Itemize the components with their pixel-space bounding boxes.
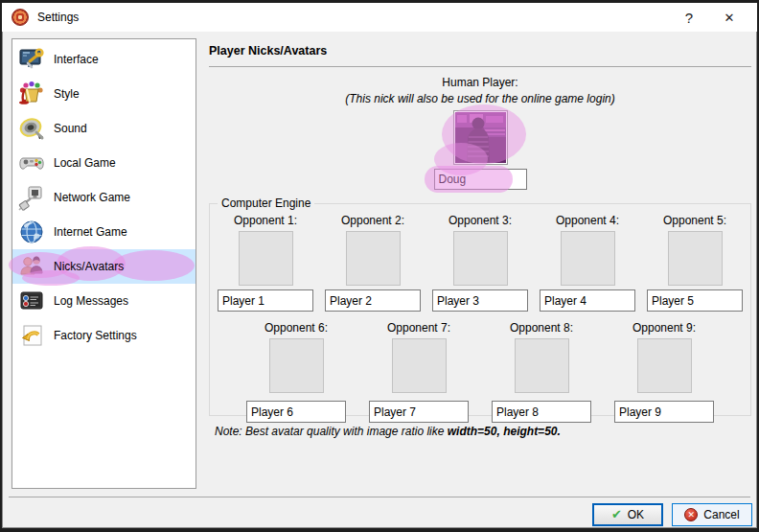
opponent-6-label: Opponent 6: [264, 321, 328, 335]
highlighter-mark [112, 250, 195, 281]
opponent-5-cell: Opponent 5: [641, 214, 748, 312]
opponent-3-cell: Opponent 3: [426, 214, 534, 312]
opponent-1-nick-input[interactable] [218, 289, 313, 312]
globe-icon [18, 219, 45, 245]
opponent-8-avatar-placeholder[interactable] [515, 338, 569, 393]
network-plug-icon [18, 184, 45, 211]
gamepad-icon [18, 150, 45, 176]
sidebar-item-label: Interface [54, 53, 99, 66]
close-button[interactable]: ✕ [709, 3, 749, 32]
opponent-2-avatar-placeholder[interactable] [346, 231, 401, 286]
computer-engine-group-label: Computer Engine [218, 197, 314, 210]
sidebar-item-network-game[interactable]: Network Game [12, 180, 196, 215]
page-title: Player Nicks/Avatars [209, 38, 751, 58]
window-title: Settings [37, 11, 79, 24]
opponent-6-nick-input[interactable] [246, 401, 346, 423]
opponent-3-label: Opponent 3: [448, 214, 512, 227]
sidebar-item-label: Network Game [54, 191, 130, 204]
human-avatar-image[interactable] [453, 110, 508, 165]
opponent-4-nick-input[interactable] [540, 289, 635, 312]
opponent-5-label: Opponent 5: [663, 214, 726, 227]
footer-divider [9, 497, 750, 497]
human-player-hint: (This nick will also be used for the onl… [209, 92, 751, 105]
monitor-wrench-icon [18, 46, 45, 73]
sidebar-item-factory-settings[interactable]: Factory Settings [12, 318, 196, 353]
sidebar-item-label: Nicks/Avatars [54, 260, 124, 273]
help-button[interactable]: ? [669, 3, 709, 32]
note-text: Note: Best avatar quality with image rat… [215, 425, 448, 438]
sidebar-item-log-messages[interactable]: Log Messages [12, 284, 196, 318]
opponent-9-label: Opponent 9: [632, 321, 696, 335]
opponent-6-avatar-placeholder[interactable] [269, 338, 324, 393]
opponent-2-label: Opponent 2: [341, 214, 404, 227]
settings-category-list: Interface Style Sound Local Game Network [12, 38, 196, 489]
people-icon [18, 253, 45, 280]
sidebar-item-sound[interactable]: Sound [12, 111, 196, 146]
opponent-1-avatar-placeholder[interactable] [239, 231, 293, 286]
human-player-label: Human Player: [209, 76, 751, 89]
title-divider [209, 66, 751, 67]
opponent-4-avatar-placeholder[interactable] [561, 231, 615, 286]
settings-dialog: Settings ? ✕ Interface Style Sound [2, 3, 757, 528]
sidebar-item-label: Local Game [54, 156, 116, 170]
opponent-7-nick-input[interactable] [369, 401, 469, 423]
sidebar-item-nicks-avatars[interactable]: Nicks/Avatars [12, 249, 196, 284]
speaker-icon [18, 115, 45, 142]
opponent-4-cell: Opponent 4: [534, 214, 641, 312]
opponent-5-avatar-placeholder[interactable] [668, 231, 723, 286]
app-icon [12, 9, 29, 26]
opponents-row-1: Opponent 1: Opponent 2: Opponent 3: Oppo… [210, 214, 750, 312]
opponent-9-nick-input[interactable] [614, 401, 714, 423]
sidebar-item-label: Log Messages [54, 294, 128, 308]
sidebar-item-interface[interactable]: Interface [12, 42, 196, 77]
computer-engine-group: Computer Engine Opponent 1: Opponent 2: … [209, 203, 751, 416]
opponent-2-cell: Opponent 2: [319, 214, 426, 312]
human-nick-input[interactable] [434, 169, 527, 190]
sidebar-item-label: Factory Settings [54, 329, 137, 342]
cancel-x-icon: ✕ [684, 508, 698, 521]
sidebar-item-label: Sound [54, 122, 87, 135]
opponent-7-avatar-placeholder[interactable] [392, 338, 447, 393]
opponent-8-cell: Opponent 8: [492, 321, 591, 423]
opponent-8-label: Opponent 8: [510, 321, 573, 335]
title-bar: Settings ? ✕ [2, 3, 757, 32]
avatar-quality-note: Note: Best avatar quality with image rat… [209, 425, 751, 438]
note-emphasis: width=50, height=50. [448, 425, 561, 438]
opponent-6-cell: Opponent 6: [246, 321, 346, 423]
opponent-1-label: Opponent 1: [234, 214, 297, 227]
nicks-avatars-panel: Player Nicks/Avatars Human Player: (This… [209, 38, 751, 438]
opponent-8-nick-input[interactable] [492, 401, 591, 423]
cancel-button-label: Cancel [703, 508, 739, 521]
ok-button-label: OK [628, 508, 644, 521]
opponent-7-cell: Opponent 7: [369, 321, 469, 423]
opponent-3-nick-input[interactable] [432, 289, 528, 312]
cancel-button[interactable]: ✕ Cancel [672, 503, 752, 526]
check-icon: ✔ [611, 507, 622, 521]
sidebar-item-label: Style [54, 87, 80, 101]
sidebar-item-style[interactable]: Style [12, 77, 196, 111]
sidebar-item-internet-game[interactable]: Internet Game [12, 215, 196, 249]
opponent-7-label: Opponent 7: [387, 321, 450, 335]
sidebar-item-label: Internet Game [54, 225, 127, 239]
opponent-5-nick-input[interactable] [647, 289, 743, 312]
opponent-4-label: Opponent 4: [556, 214, 619, 227]
ok-button[interactable]: ✔ OK [592, 503, 663, 526]
opponent-9-avatar-placeholder[interactable] [637, 338, 692, 393]
paint-bucket-icon [18, 81, 45, 107]
opponent-3-avatar-placeholder[interactable] [453, 231, 508, 286]
human-avatar-wrap [453, 110, 508, 165]
opponent-2-nick-input[interactable] [325, 289, 421, 312]
log-console-icon [18, 288, 45, 314]
undo-arrow-icon [18, 322, 45, 349]
human-player-section: Human Player: (This nick will also be us… [209, 76, 751, 190]
dialog-buttons: ✔ OK ✕ Cancel [592, 502, 752, 526]
opponent-1-cell: Opponent 1: [212, 214, 319, 312]
sidebar-item-local-game[interactable]: Local Game [12, 146, 196, 180]
human-nick-wrap [434, 169, 527, 190]
opponents-row-2: Opponent 6: Opponent 7: Opponent 8: Oppo… [210, 321, 750, 423]
opponent-9-cell: Opponent 9: [614, 321, 714, 423]
